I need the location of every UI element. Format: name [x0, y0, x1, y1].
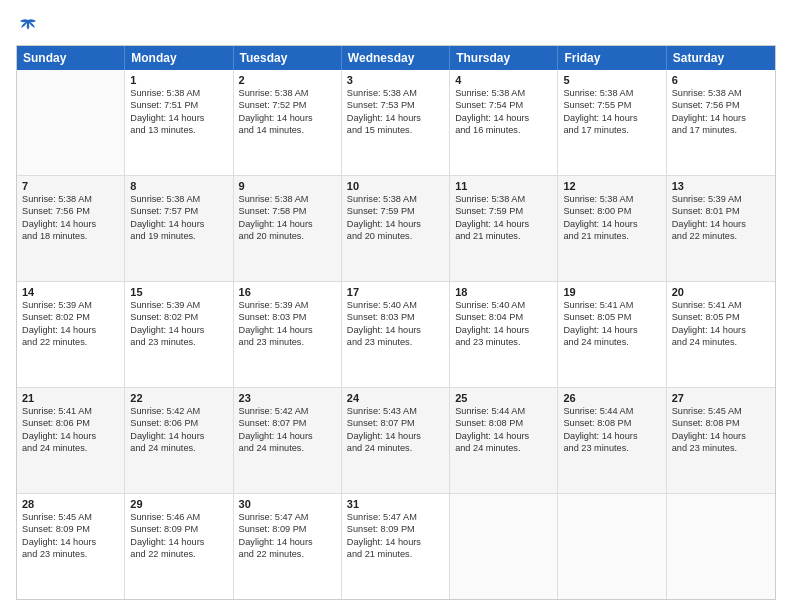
- day-number: 27: [672, 392, 770, 404]
- cell-line: Sunset: 8:09 PM: [347, 523, 444, 535]
- calendar-row-0: 1Sunrise: 5:38 AMSunset: 7:51 PMDaylight…: [17, 70, 775, 175]
- cell-line: Sunset: 8:09 PM: [239, 523, 336, 535]
- day-number: 22: [130, 392, 227, 404]
- day-number: 26: [563, 392, 660, 404]
- cell-line: and 20 minutes.: [239, 230, 336, 242]
- cell-line: Daylight: 14 hours: [563, 218, 660, 230]
- cell-line: Sunset: 8:03 PM: [347, 311, 444, 323]
- cell-line: Sunrise: 5:45 AM: [672, 405, 770, 417]
- cell-line: and 23 minutes.: [22, 548, 119, 560]
- cell-line: Sunset: 8:09 PM: [22, 523, 119, 535]
- cell-line: Sunrise: 5:40 AM: [455, 299, 552, 311]
- cell-line: and 19 minutes.: [130, 230, 227, 242]
- day-number: 30: [239, 498, 336, 510]
- cell-line: Daylight: 14 hours: [22, 430, 119, 442]
- cell-line: Sunrise: 5:47 AM: [239, 511, 336, 523]
- calendar-cell: 9Sunrise: 5:38 AMSunset: 7:58 PMDaylight…: [234, 176, 342, 281]
- cell-line: Sunrise: 5:45 AM: [22, 511, 119, 523]
- header-day-wednesday: Wednesday: [342, 46, 450, 70]
- calendar: SundayMondayTuesdayWednesdayThursdayFrid…: [16, 45, 776, 600]
- cell-line: and 18 minutes.: [22, 230, 119, 242]
- cell-line: Daylight: 14 hours: [130, 536, 227, 548]
- cell-line: and 17 minutes.: [672, 124, 770, 136]
- cell-line: and 21 minutes.: [347, 548, 444, 560]
- cell-line: Daylight: 14 hours: [455, 112, 552, 124]
- calendar-cell: 6Sunrise: 5:38 AMSunset: 7:56 PMDaylight…: [667, 70, 775, 175]
- cell-line: Daylight: 14 hours: [347, 112, 444, 124]
- cell-line: and 20 minutes.: [347, 230, 444, 242]
- calendar-cell: 14Sunrise: 5:39 AMSunset: 8:02 PMDayligh…: [17, 282, 125, 387]
- cell-line: Sunrise: 5:38 AM: [130, 87, 227, 99]
- cell-line: Sunrise: 5:44 AM: [455, 405, 552, 417]
- calendar-cell: 1Sunrise: 5:38 AMSunset: 7:51 PMDaylight…: [125, 70, 233, 175]
- cell-line: Sunset: 8:01 PM: [672, 205, 770, 217]
- cell-line: and 24 minutes.: [130, 442, 227, 454]
- cell-line: and 15 minutes.: [347, 124, 444, 136]
- cell-line: and 13 minutes.: [130, 124, 227, 136]
- cell-line: and 23 minutes.: [672, 442, 770, 454]
- cell-line: Daylight: 14 hours: [563, 324, 660, 336]
- cell-line: Sunset: 8:05 PM: [563, 311, 660, 323]
- header-day-tuesday: Tuesday: [234, 46, 342, 70]
- calendar-cell: 31Sunrise: 5:47 AMSunset: 8:09 PMDayligh…: [342, 494, 450, 599]
- day-number: 23: [239, 392, 336, 404]
- day-number: 17: [347, 286, 444, 298]
- cell-line: Sunrise: 5:38 AM: [239, 87, 336, 99]
- header-day-monday: Monday: [125, 46, 233, 70]
- cell-line: Daylight: 14 hours: [130, 112, 227, 124]
- cell-line: Sunset: 8:09 PM: [130, 523, 227, 535]
- calendar-row-2: 14Sunrise: 5:39 AMSunset: 8:02 PMDayligh…: [17, 281, 775, 387]
- day-number: 14: [22, 286, 119, 298]
- cell-line: Daylight: 14 hours: [672, 112, 770, 124]
- day-number: 25: [455, 392, 552, 404]
- cell-line: and 21 minutes.: [455, 230, 552, 242]
- day-number: 6: [672, 74, 770, 86]
- cell-line: Daylight: 14 hours: [22, 324, 119, 336]
- cell-line: Daylight: 14 hours: [672, 430, 770, 442]
- day-number: 28: [22, 498, 119, 510]
- day-number: 19: [563, 286, 660, 298]
- day-number: 21: [22, 392, 119, 404]
- calendar-cell: 15Sunrise: 5:39 AMSunset: 8:02 PMDayligh…: [125, 282, 233, 387]
- calendar-cell: [667, 494, 775, 599]
- cell-line: Sunset: 8:08 PM: [455, 417, 552, 429]
- cell-line: Daylight: 14 hours: [130, 218, 227, 230]
- day-number: 10: [347, 180, 444, 192]
- cell-line: Sunrise: 5:39 AM: [672, 193, 770, 205]
- cell-line: Sunset: 7:51 PM: [130, 99, 227, 111]
- calendar-cell: 10Sunrise: 5:38 AMSunset: 7:59 PMDayligh…: [342, 176, 450, 281]
- calendar-cell: [17, 70, 125, 175]
- cell-line: and 23 minutes.: [347, 336, 444, 348]
- cell-line: Sunrise: 5:43 AM: [347, 405, 444, 417]
- calendar-row-3: 21Sunrise: 5:41 AMSunset: 8:06 PMDayligh…: [17, 387, 775, 493]
- header: [16, 12, 776, 41]
- cell-line: and 21 minutes.: [563, 230, 660, 242]
- calendar-cell: [450, 494, 558, 599]
- calendar-cell: 12Sunrise: 5:38 AMSunset: 8:00 PMDayligh…: [558, 176, 666, 281]
- cell-line: Daylight: 14 hours: [347, 218, 444, 230]
- calendar-cell: 26Sunrise: 5:44 AMSunset: 8:08 PMDayligh…: [558, 388, 666, 493]
- cell-line: and 24 minutes.: [239, 442, 336, 454]
- cell-line: Sunset: 7:55 PM: [563, 99, 660, 111]
- day-number: 16: [239, 286, 336, 298]
- day-number: 2: [239, 74, 336, 86]
- header-day-friday: Friday: [558, 46, 666, 70]
- cell-line: Daylight: 14 hours: [347, 324, 444, 336]
- header-day-saturday: Saturday: [667, 46, 775, 70]
- cell-line: Sunset: 7:59 PM: [455, 205, 552, 217]
- calendar-cell: 16Sunrise: 5:39 AMSunset: 8:03 PMDayligh…: [234, 282, 342, 387]
- cell-line: and 22 minutes.: [22, 336, 119, 348]
- cell-line: Sunset: 8:02 PM: [130, 311, 227, 323]
- cell-line: Daylight: 14 hours: [239, 112, 336, 124]
- cell-line: Sunset: 8:07 PM: [239, 417, 336, 429]
- day-number: 1: [130, 74, 227, 86]
- cell-line: Sunrise: 5:38 AM: [563, 193, 660, 205]
- cell-line: Daylight: 14 hours: [563, 112, 660, 124]
- cell-line: and 14 minutes.: [239, 124, 336, 136]
- cell-line: Sunset: 8:03 PM: [239, 311, 336, 323]
- cell-line: and 24 minutes.: [563, 336, 660, 348]
- cell-line: Daylight: 14 hours: [239, 430, 336, 442]
- cell-line: Sunrise: 5:38 AM: [130, 193, 227, 205]
- cell-line: Sunrise: 5:41 AM: [22, 405, 119, 417]
- logo: [16, 16, 38, 41]
